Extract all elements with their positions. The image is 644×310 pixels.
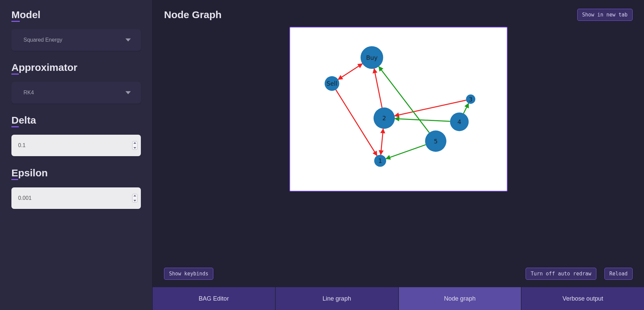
delta-stepper[interactable] bbox=[132, 141, 138, 150]
settings-sidebar: Model Squared Energy Approximator RK4 De… bbox=[0, 0, 153, 310]
graph-edge bbox=[338, 64, 362, 80]
delta-label: Delta bbox=[11, 114, 141, 127]
model-select[interactable]: Squared Energy bbox=[11, 29, 141, 51]
right-buttons: Turn off auto redraw Reload bbox=[526, 268, 633, 280]
tab-verbose-output[interactable]: Verbose output bbox=[522, 287, 644, 310]
model-select-value: Squared Energy bbox=[23, 37, 62, 43]
delta-field: Delta bbox=[11, 114, 141, 156]
graph-node-label: 5 bbox=[434, 138, 437, 145]
graph-node-label: 1 bbox=[378, 157, 382, 164]
stepper-up-icon bbox=[133, 142, 136, 144]
chevron-down-icon bbox=[125, 91, 131, 94]
graph-edge bbox=[395, 119, 450, 121]
tab-bag-editor[interactable]: BAG Editor bbox=[153, 287, 276, 310]
graph-edge bbox=[374, 69, 382, 107]
delta-input-wrap bbox=[11, 135, 141, 156]
approximator-field: Approximator RK4 bbox=[11, 61, 141, 103]
epsilon-stepper[interactable] bbox=[132, 194, 138, 203]
reload-button[interactable]: Reload bbox=[604, 268, 633, 280]
model-label: Model bbox=[11, 9, 141, 22]
chevron-down-icon bbox=[125, 39, 131, 42]
graph-node-label: Sell bbox=[326, 80, 337, 87]
show-keybinds-button[interactable]: Show keybinds bbox=[164, 268, 213, 280]
stepper-down-icon bbox=[133, 147, 136, 149]
canvas-area: BuySell23451 bbox=[153, 27, 644, 262]
toggle-auto-redraw-button[interactable]: Turn off auto redraw bbox=[526, 268, 596, 280]
graph-edge bbox=[463, 103, 468, 114]
graph-node-label: 2 bbox=[382, 115, 386, 122]
tab-line-graph[interactable]: Line graph bbox=[276, 287, 399, 310]
epsilon-input[interactable] bbox=[18, 195, 126, 201]
approximator-label: Approximator bbox=[11, 61, 141, 75]
graph-edge bbox=[386, 145, 426, 159]
epsilon-label: Epsilon bbox=[11, 167, 141, 180]
epsilon-input-wrap bbox=[11, 187, 141, 209]
tab-node-graph[interactable]: Node graph bbox=[399, 287, 522, 310]
graph-edge bbox=[381, 129, 383, 155]
approximator-select[interactable]: RK4 bbox=[11, 82, 141, 103]
graph-edge bbox=[336, 90, 377, 156]
main-panel: Node Graph Show in new tab BuySell23451 … bbox=[153, 0, 644, 310]
action-row: Show keybinds Turn off auto redraw Reloa… bbox=[153, 262, 644, 287]
stepper-up-icon bbox=[133, 195, 136, 196]
main-header: Node Graph Show in new tab bbox=[153, 0, 644, 27]
graph-node-label: 3 bbox=[469, 96, 472, 103]
app-root: Model Squared Energy Approximator RK4 De… bbox=[0, 0, 644, 310]
epsilon-field: Epsilon bbox=[11, 167, 141, 209]
node-graph-canvas[interactable]: BuySell23451 bbox=[289, 27, 507, 191]
stepper-down-icon bbox=[133, 200, 136, 202]
approximator-select-value: RK4 bbox=[23, 90, 34, 96]
graph-node-label: Buy bbox=[366, 54, 378, 61]
show-in-new-tab-button[interactable]: Show in new tab bbox=[577, 9, 633, 21]
bottom-tabs: BAG Editor Line graph Node graph Verbose… bbox=[153, 287, 644, 310]
model-field: Model Squared Energy bbox=[11, 9, 141, 51]
graph-node-label: 4 bbox=[457, 118, 461, 125]
page-title: Node Graph bbox=[164, 9, 222, 20]
delta-input[interactable] bbox=[18, 142, 126, 148]
